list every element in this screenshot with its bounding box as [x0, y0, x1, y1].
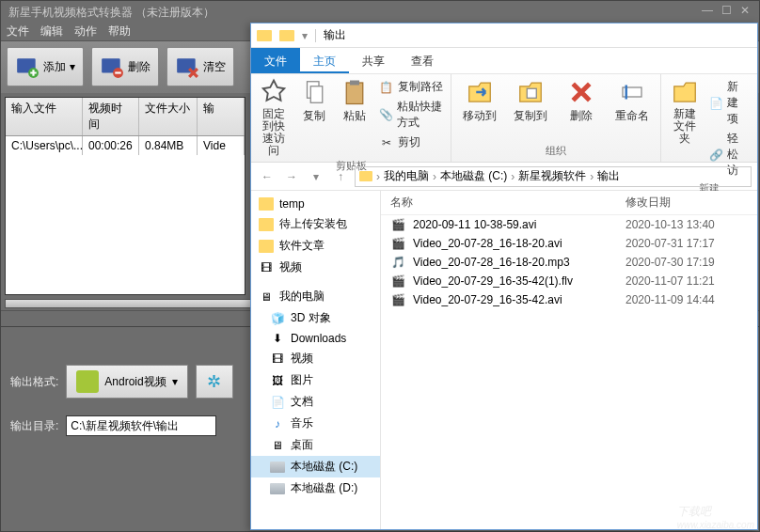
col-modified[interactable]: 修改日期: [625, 195, 748, 211]
cell-input: C:\Users\pc\...: [6, 136, 83, 155]
atom-icon: ✲: [207, 371, 221, 392]
output-format-label: 输出格式:: [10, 374, 58, 390]
tab-share[interactable]: 共享: [349, 48, 398, 73]
svg-rect-8: [350, 81, 359, 86]
svg-rect-7: [346, 83, 363, 104]
download-icon: ⬇: [270, 332, 285, 345]
chevron-down-icon[interactable]: ▾: [302, 29, 308, 42]
explorer-quickaccess-bar: ▾ 输出: [251, 23, 757, 48]
newitem-button[interactable]: 📄新建项: [709, 78, 750, 128]
tree-item-drive-d[interactable]: 本地磁盘 (D:): [251, 477, 380, 499]
file-date: 2020-07-30 17:19: [625, 256, 715, 269]
tree-item-music[interactable]: ♪音乐: [251, 413, 380, 434]
ribbon-delete-button[interactable]: 删除: [561, 78, 602, 142]
folder-icon: [259, 197, 274, 211]
dropdown-icon: ▾: [172, 375, 178, 388]
tree-item-3d[interactable]: 🧊3D 对象: [251, 307, 380, 329]
menu-help[interactable]: 帮助: [108, 23, 131, 39]
file-row[interactable]: 🎬Video_20-07-28_16-18-20.avi2020-07-31 1…: [381, 234, 757, 253]
output-secondary-button[interactable]: ✲: [196, 365, 233, 399]
grid-body: C:\Users\pc\... 00:00:26 0.84MB Vide: [6, 136, 245, 294]
tree-item-desktop[interactable]: 🖥桌面: [251, 434, 380, 456]
copy-button[interactable]: 复制: [299, 78, 330, 157]
explorer-tabs: 文件 主页 共享 查看: [251, 48, 757, 74]
desktop-icon: 🖥: [270, 439, 285, 452]
file-explorer-window: ▾ 输出 文件 主页 共享 查看 固定到快速访问 复制 粘贴: [250, 23, 758, 530]
crumb[interactable]: 本地磁盘 (C:): [440, 168, 507, 184]
copy-path-button[interactable]: 📋复制路径: [379, 78, 443, 96]
paste-button[interactable]: 粘贴: [339, 78, 370, 157]
file-row[interactable]: 🎬Video_20-07-29_16-35-42.avi2020-11-09 1…: [381, 290, 757, 309]
pin-quickaccess-button[interactable]: 固定到快速访问: [259, 78, 290, 157]
maximize-icon[interactable]: ☐: [720, 5, 733, 16]
crumb[interactable]: 输出: [597, 168, 620, 184]
close-icon[interactable]: ✕: [738, 5, 752, 16]
tree-item-documents[interactable]: 📄文档: [251, 391, 380, 413]
output-format-value: Android视频: [104, 374, 166, 390]
col-duration[interactable]: 视频时间: [83, 98, 139, 135]
svg-rect-6: [310, 86, 323, 103]
dropdown-icon: ▾: [70, 60, 75, 73]
nav-back-icon[interactable]: ←: [257, 166, 277, 187]
address-box[interactable]: › 我的电脑› 本地磁盘 (C:)› 新星视频软件› 输出: [355, 166, 752, 187]
menu-edit[interactable]: 编辑: [40, 23, 63, 39]
col-input[interactable]: 输入文件: [6, 98, 83, 135]
nav-forward-icon[interactable]: →: [281, 166, 302, 187]
tree-item-pending[interactable]: 待上传安装包: [251, 213, 380, 235]
file-row[interactable]: 🎵Video_20-07-28_16-18-20.mp32020-07-30 1…: [381, 253, 757, 272]
output-dir-input[interactable]: [66, 415, 216, 436]
cut-button[interactable]: ✂剪切: [379, 133, 443, 151]
app-titlebar[interactable]: 新星手机视频格式转换器 （未注册版本） — ☐ ✕: [1, 1, 759, 22]
tab-view[interactable]: 查看: [398, 48, 447, 73]
crumb[interactable]: 我的电脑: [384, 168, 429, 184]
tree-item-video[interactable]: 🎞视频: [251, 257, 380, 278]
newfolder-button[interactable]: 新建文件夹: [669, 78, 700, 180]
tree-item-articles[interactable]: 软件文章: [251, 235, 380, 257]
svg-rect-9: [527, 88, 536, 98]
menu-action[interactable]: 动作: [74, 23, 97, 39]
cell-status: Vide: [198, 136, 245, 155]
grid-row[interactable]: C:\Users\pc\... 00:00:26 0.84MB Vide: [6, 136, 245, 155]
add-button[interactable]: 添加 ▾: [7, 47, 84, 86]
tree-item-drive-c[interactable]: 本地磁盘 (C:): [251, 456, 380, 477]
file-list-header: 名称 修改日期: [381, 191, 757, 215]
col-size[interactable]: 文件大小: [139, 98, 198, 135]
file-row[interactable]: 🎬Video_20-07-29_16-35-42(1).flv2020-11-0…: [381, 272, 757, 290]
file-name: Video_20-07-29_16-35-42(1).flv: [413, 274, 625, 288]
folder-icon: [279, 30, 294, 41]
android-icon: [76, 370, 99, 393]
clear-button[interactable]: 清空: [166, 47, 234, 86]
newfolder-icon: [671, 78, 699, 106]
nav-up-icon[interactable]: ↑: [330, 166, 351, 187]
crumb[interactable]: 新星视频软件: [518, 168, 586, 184]
file-date: 2020-10-13 13:40: [625, 218, 715, 231]
output-format-button[interactable]: Android视频 ▾: [66, 365, 187, 399]
nav-history-icon[interactable]: ▾: [306, 166, 326, 187]
file-name: Video_20-07-28_16-18-20.avi: [413, 237, 625, 250]
tree-item-video2[interactable]: 🎞视频: [251, 348, 380, 369]
col-status[interactable]: 输: [198, 98, 245, 135]
col-name[interactable]: 名称: [390, 195, 625, 211]
folder-icon: [359, 171, 372, 181]
minimize-icon[interactable]: —: [701, 5, 714, 16]
folder-icon: [259, 218, 274, 231]
tree-item-mypc[interactable]: 🖥我的电脑: [251, 286, 380, 307]
paste-shortcut-button[interactable]: 📎粘贴快捷方式: [379, 98, 443, 132]
file-type-icon: 🎵: [390, 256, 405, 269]
rename-button[interactable]: 重命名: [611, 78, 653, 142]
tree-item-temp[interactable]: temp: [251, 195, 380, 213]
paste-icon: [340, 78, 369, 106]
menu-file[interactable]: 文件: [7, 23, 29, 39]
tree-item-pictures[interactable]: 🖼图片: [251, 369, 380, 391]
folder-tree[interactable]: temp 待上传安装包 软件文章 🎞视频 🖥我的电脑 🧊3D 对象 ⬇Downl…: [251, 191, 381, 529]
tab-file[interactable]: 文件: [251, 48, 300, 73]
ribbon: 固定到快速访问 复制 粘贴 📋复制路径 📎粘贴快捷方式 ✂剪切 剪贴板: [251, 74, 757, 163]
tab-home[interactable]: 主页: [300, 48, 349, 73]
tree-item-downloads[interactable]: ⬇Downloads: [251, 329, 380, 348]
file-row[interactable]: 🎬2020-09-11 10-38-59.avi2020-10-13 13:40: [381, 215, 757, 234]
delete-button[interactable]: 删除: [91, 47, 159, 86]
moveto-button[interactable]: 移动到: [459, 78, 500, 142]
file-name: Video_20-07-28_16-18-20.mp3: [413, 256, 625, 269]
svg-rect-11: [625, 86, 628, 100]
copyto-button[interactable]: 复制到: [510, 78, 551, 142]
